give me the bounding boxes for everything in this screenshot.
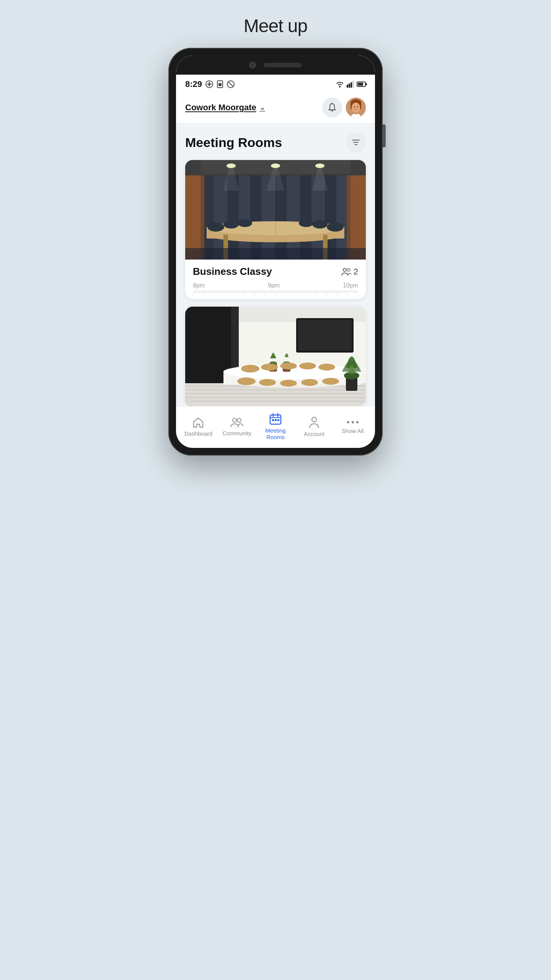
svg-rect-104 — [275, 419, 277, 421]
time-label-10pm: 10pm — [343, 282, 358, 289]
section-header: Meeting Rooms — [185, 132, 366, 152]
svg-point-17 — [357, 106, 358, 108]
nav-item-dashboard[interactable]: Dashboard — [179, 416, 218, 437]
status-bar: 8:29 — [176, 75, 375, 92]
header-actions — [322, 98, 366, 118]
svg-point-89 — [280, 363, 297, 369]
svg-rect-60 — [185, 248, 366, 260]
svg-point-56 — [238, 219, 252, 227]
speaker — [264, 63, 302, 67]
svg-point-109 — [356, 421, 359, 423]
svg-point-95 — [301, 379, 318, 386]
svg-point-88 — [261, 364, 278, 371]
timeline-1: 8pm 9pm 10pm — [193, 282, 358, 293]
nav-item-show-all[interactable]: Show All — [333, 419, 372, 434]
svg-point-55 — [223, 220, 239, 229]
room-card-2[interactable] — [185, 307, 366, 406]
svg-point-90 — [299, 363, 316, 369]
block-icon — [227, 80, 235, 88]
svg-rect-8 — [350, 82, 352, 88]
svg-rect-6 — [347, 85, 348, 88]
svg-point-94 — [280, 380, 297, 387]
location-name: Cowork Moorgate — [185, 103, 256, 113]
user-avatar-button[interactable] — [346, 98, 366, 118]
svg-rect-105 — [277, 419, 279, 421]
svg-point-57 — [327, 222, 344, 232]
home-icon — [192, 416, 204, 428]
room-card-1[interactable]: Business Classy 2 — [185, 160, 366, 299]
time-label-8pm: 8pm — [193, 282, 205, 289]
svg-point-93 — [259, 379, 276, 386]
notification-button[interactable] — [322, 98, 342, 118]
capacity-number-1: 2 — [354, 267, 358, 277]
wifi-icon — [335, 81, 344, 88]
svg-rect-9 — [352, 81, 354, 88]
room-svg-2 — [185, 307, 366, 406]
svg-point-108 — [352, 421, 354, 423]
svg-point-16 — [354, 106, 355, 108]
svg-point-97 — [233, 418, 236, 422]
filter-button[interactable] — [346, 132, 366, 152]
svg-point-54 — [207, 222, 224, 232]
community-icon — [230, 417, 244, 428]
timeline-bar-1 — [193, 291, 358, 293]
community-label: Community — [222, 430, 251, 436]
show-all-label: Show All — [342, 428, 364, 434]
data-status-icon — [205, 80, 214, 88]
svg-point-62 — [347, 268, 350, 271]
nav-item-community[interactable]: Community — [218, 417, 256, 436]
svg-point-58 — [312, 220, 328, 229]
battery-icon — [357, 82, 366, 87]
section-title: Meeting Rooms — [185, 135, 282, 150]
svg-rect-103 — [272, 419, 274, 421]
avatar-image — [346, 98, 366, 118]
room-name-row-1: Business Classy 2 — [193, 266, 358, 278]
phone-top-bar — [176, 56, 375, 75]
nav-item-meeting-rooms[interactable]: MeetingRooms — [256, 413, 295, 440]
svg-point-59 — [299, 219, 313, 227]
room-name-1: Business Classy — [193, 266, 272, 278]
svg-point-44 — [315, 163, 324, 168]
svg-point-91 — [318, 364, 335, 371]
person-icon — [309, 416, 320, 428]
svg-point-96 — [322, 378, 339, 385]
account-label: Account — [304, 431, 324, 437]
app-header: Cowork Moorgate ⌄ — [176, 92, 375, 123]
content-area: Meeting Rooms — [176, 123, 375, 406]
avatar-svg — [346, 98, 366, 118]
svg-point-92 — [237, 377, 256, 385]
svg-point-87 — [241, 365, 259, 372]
svg-line-4 — [228, 82, 233, 87]
nav-item-account[interactable]: Account — [295, 416, 333, 437]
svg-rect-76 — [185, 397, 366, 399]
more-icon — [347, 419, 359, 425]
time-label-9pm: 9pm — [268, 282, 280, 289]
svg-point-42 — [227, 163, 236, 168]
dashboard-label: Dashboard — [184, 430, 212, 437]
status-right — [335, 81, 366, 88]
timeline-labels-1: 8pm 9pm 10pm — [193, 282, 358, 289]
room-svg-1 — [185, 160, 366, 260]
chevron-down-icon: ⌄ — [259, 103, 265, 112]
svg-point-61 — [343, 268, 346, 271]
svg-point-43 — [271, 163, 280, 168]
meeting-rooms-label: MeetingRooms — [265, 427, 285, 440]
sim-icon — [217, 80, 223, 88]
people-icon-1 — [341, 268, 351, 276]
filter-icon — [351, 138, 360, 147]
svg-rect-77 — [185, 400, 366, 402]
phone-screen: 8:29 — [176, 56, 375, 448]
status-time: 8:29 — [185, 79, 202, 89]
room-image-1 — [185, 160, 366, 260]
room-info-1: Business Classy 2 — [185, 260, 366, 299]
svg-point-98 — [237, 418, 241, 422]
svg-point-15 — [352, 103, 360, 113]
location-selector[interactable]: Cowork Moorgate ⌄ — [185, 103, 265, 113]
room-capacity-1: 2 — [341, 267, 358, 277]
svg-point-5 — [339, 86, 341, 87]
svg-rect-2 — [218, 83, 222, 86]
camera — [249, 62, 256, 69]
svg-rect-74 — [185, 389, 366, 391]
room-image-2 — [185, 307, 366, 406]
svg-rect-7 — [349, 83, 350, 88]
